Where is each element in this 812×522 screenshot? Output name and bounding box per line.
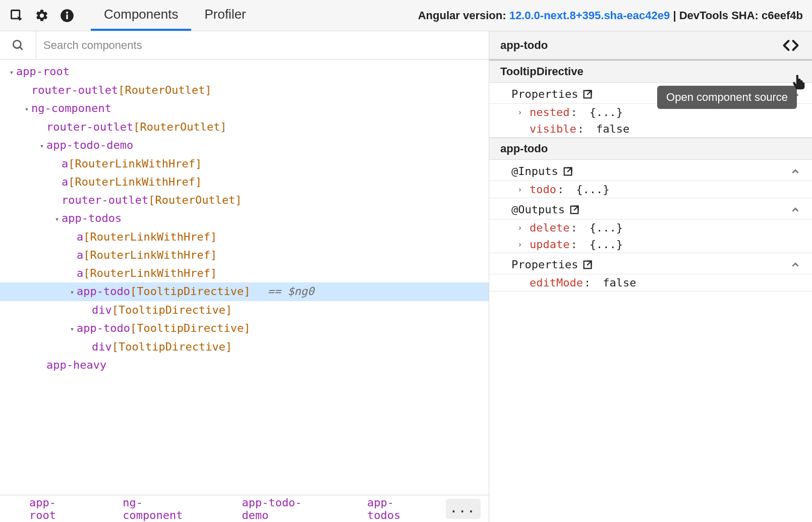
section-title: TooltipDirective xyxy=(489,61,812,83)
tree-row[interactable]: ▾app-root xyxy=(0,63,489,81)
component-name: router-outlet xyxy=(46,121,133,133)
chevron-up-icon[interactable] xyxy=(790,166,801,177)
caret-icon[interactable]: ▾ xyxy=(68,320,77,338)
external-link-icon[interactable] xyxy=(578,89,593,100)
property-colon: : xyxy=(570,221,577,234)
component-name: app-todo xyxy=(77,322,130,334)
property-row[interactable]: ›todo :{...} xyxy=(489,181,812,198)
tree-row[interactable]: router-outlet[RouterOutlet] xyxy=(0,191,489,209)
group-header[interactable]: @Outputs xyxy=(489,198,812,219)
tree-row[interactable]: div[TooltipDirective] xyxy=(0,338,489,356)
caret-icon[interactable]: ▾ xyxy=(37,137,46,155)
caret-icon[interactable]: ▾ xyxy=(68,283,77,301)
directive-brackets: [RouterOutlet] xyxy=(118,84,211,96)
tree-row[interactable]: a[RouterLinkWithHref] xyxy=(0,246,489,264)
caret-icon[interactable]: ▾ xyxy=(22,100,31,118)
property-value: {...} xyxy=(590,221,623,234)
component-name: a xyxy=(77,267,83,279)
component-name: div xyxy=(92,340,112,353)
expand-caret-icon[interactable]: › xyxy=(517,223,530,233)
chevron-up-icon[interactable] xyxy=(790,259,801,270)
group-label: @Inputs xyxy=(511,165,558,178)
external-link-icon[interactable] xyxy=(558,166,573,177)
property-colon: : xyxy=(570,238,577,251)
tree-row[interactable]: a[RouterLinkWithHref] xyxy=(0,173,489,191)
property-key: update xyxy=(530,238,569,251)
tree-row[interactable]: a[RouterLinkWithHref] xyxy=(0,264,489,282)
property-key: editMode xyxy=(530,276,583,289)
directive-brackets: [RouterLinkWithHref] xyxy=(83,267,217,279)
component-name: app-todo-demo xyxy=(46,139,133,151)
tree-row[interactable]: ▾app-todo[TooltipDirective]== $ng0 xyxy=(0,282,489,301)
property-row[interactable]: ›update :{...} xyxy=(489,236,812,253)
caret-icon[interactable]: ▾ xyxy=(7,63,16,81)
tree-row[interactable]: div[TooltipDirective] xyxy=(0,301,489,319)
breadcrumb-item[interactable]: app-todos xyxy=(346,496,446,521)
external-link-icon[interactable] xyxy=(565,204,580,215)
property-value: {...} xyxy=(590,238,623,251)
external-link-icon[interactable] xyxy=(578,259,593,270)
chevron-up-icon[interactable] xyxy=(790,204,801,215)
directive-brackets: [RouterLinkWithHref] xyxy=(68,176,202,188)
settings-gear-icon[interactable] xyxy=(30,4,53,27)
component-tree[interactable]: ▾app-rootrouter-outlet[RouterOutlet]▾ng-… xyxy=(0,60,489,495)
search-input[interactable] xyxy=(36,31,489,59)
version-info: Angular version: 12.0.0-next.8+395.sha-e… xyxy=(418,9,807,22)
group-label: Properties xyxy=(511,88,578,100)
breadcrumb-item[interactable]: app-todo-demo xyxy=(220,496,346,521)
property-row[interactable]: editMode:false xyxy=(489,274,812,291)
breadcrumb-item[interactable]: ng-component xyxy=(101,496,220,521)
property-colon: : xyxy=(570,106,577,119)
breadcrumb-item[interactable]: app-root xyxy=(8,496,101,521)
property-value: false xyxy=(603,276,636,289)
property-value: false xyxy=(596,123,629,135)
expand-caret-icon[interactable]: › xyxy=(517,107,530,117)
tree-row[interactable]: ▾app-todos xyxy=(0,209,489,228)
group-header[interactable]: Properties xyxy=(489,253,812,274)
tree-row[interactable]: ▾app-todo-demo xyxy=(0,136,489,155)
component-name: router-outlet xyxy=(62,194,148,206)
caret-icon[interactable]: ▾ xyxy=(52,210,62,228)
tree-row[interactable]: ▾ng-component xyxy=(0,99,489,118)
breadcrumb-more[interactable]: ... xyxy=(446,499,481,519)
group-header[interactable]: @Inputs xyxy=(489,160,812,181)
property-row[interactable]: visible:false xyxy=(489,121,812,137)
component-name: router-outlet xyxy=(31,84,118,96)
tree-row[interactable]: router-outlet[RouterOutlet] xyxy=(0,81,489,99)
tab-profiler[interactable]: Profiler xyxy=(191,0,259,31)
component-name: app-todos xyxy=(62,212,122,224)
directive-brackets: [TooltipDirective] xyxy=(130,322,250,334)
expand-caret-icon[interactable]: › xyxy=(517,240,530,249)
tree-row[interactable]: app-heavy xyxy=(0,356,489,374)
selected-component-header: app-todo xyxy=(489,31,812,61)
directive-brackets: [RouterLinkWithHref] xyxy=(83,249,217,261)
search-row xyxy=(0,31,489,60)
component-name: a xyxy=(77,249,83,261)
selected-component-name: app-todo xyxy=(500,39,548,52)
devtools-sha: c6eef4b xyxy=(762,9,803,22)
inspect-element-icon[interactable] xyxy=(5,4,28,27)
tree-row[interactable]: a[RouterLinkWithHref] xyxy=(0,155,489,173)
svg-rect-2 xyxy=(66,14,68,19)
component-name: div xyxy=(92,304,112,316)
property-colon: : xyxy=(577,123,584,135)
tabs: Components Profiler xyxy=(91,0,259,31)
property-colon: : xyxy=(557,183,564,196)
directive-brackets: [RouterLinkWithHref] xyxy=(68,157,202,170)
expand-caret-icon[interactable]: › xyxy=(517,185,530,194)
component-name: a xyxy=(62,176,68,188)
tree-row[interactable]: a[RouterLinkWithHref] xyxy=(0,228,489,246)
tree-row[interactable]: router-outlet[RouterOutlet] xyxy=(0,118,489,136)
tab-components[interactable]: Components xyxy=(91,0,191,31)
group-label: @Outputs xyxy=(511,203,565,216)
section-title: app-todo xyxy=(489,138,812,160)
search-icon[interactable] xyxy=(0,31,36,59)
directive-brackets: [TooltipDirective] xyxy=(112,304,232,316)
property-key: todo xyxy=(530,183,556,196)
property-row[interactable]: ›delete :{...} xyxy=(489,219,812,236)
tree-row[interactable]: ▾app-todo[TooltipDirective] xyxy=(0,319,489,338)
info-icon[interactable] xyxy=(55,4,79,27)
component-name: app-root xyxy=(16,65,70,78)
breadcrumb: app-rootng-componentapp-todo-demoapp-tod… xyxy=(0,495,489,522)
open-source-button[interactable] xyxy=(781,35,801,55)
